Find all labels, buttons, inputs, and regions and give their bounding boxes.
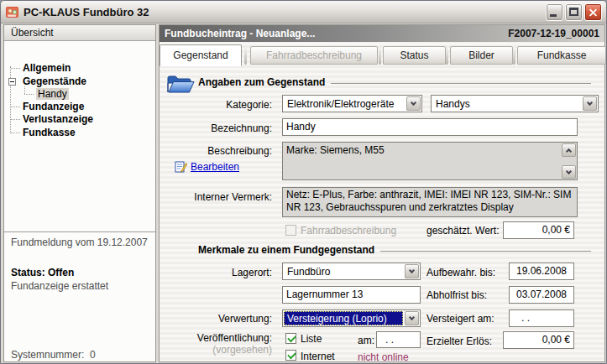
beschreibung-textarea[interactable]: Marke: Siemens, M55 [282,142,578,180]
tab-fahrradbeschreibung[interactable]: Fahrradbeschreibung [250,46,378,65]
versteigert-label: Versteigert am: [426,313,494,325]
minimize-button[interactable] [546,3,563,21]
kategorie-label: Kategorie: [160,99,272,111]
app-window: PC-KLAUS Fundbüro 32 Übersicht Allgemein… [0,0,607,364]
vermerk-textarea[interactable]: Netz: E-Plus, Farbe: anthrazit, IMEI: IM… [282,187,578,217]
aufbewahr-input[interactable]: 19.06.2008 [509,263,574,280]
chevron-down-icon[interactable] [583,96,597,111]
sidebar: Übersicht Allgemein Gegenstände Handy Fu… [3,24,156,362]
bearbeiten-link[interactable]: Bearbeiten [175,160,239,173]
gegenstand-form: Angaben zum Gegenstand Kategorie: Elektr… [160,66,604,361]
liste-checkbox-label: Liste [301,333,322,345]
internet-checkbox-label: Internet [301,351,335,362]
main-panel: Fundbucheintrag - Neuanlage... F2007-12-… [159,24,605,362]
vorgesehen-label: (vorgesehen) [160,344,272,356]
tree-item-gegenstaende[interactable]: Gegenstände [6,75,154,88]
section-angaben: Angaben zum Gegenstand [198,76,591,88]
status-text: Status: Offen [11,267,74,278]
maximize-button[interactable] [565,3,583,21]
overview-tree: Allgemein Gegenstände Handy Fundanzeige … [4,41,155,231]
beschreibung-label: Beschreibung: [160,145,272,157]
scroll-up-icon[interactable] [562,143,576,157]
aufbewahr-label: Aufbewahr. bis: [426,267,495,278]
bezeichnung-input[interactable]: Handy [282,118,578,136]
versteigert-input[interactable]: . . [509,309,574,327]
chevron-down-icon[interactable] [405,264,419,278]
record-title: Fundbucheintrag - Neuanlage... [165,28,315,39]
chevron-down-icon[interactable] [405,311,419,325]
fahrrad-checkbox[interactable] [285,225,296,236]
erloes-input[interactable]: 0,00 € [503,331,574,349]
bezeichnung-label: Bezeichnung: [160,122,272,134]
notice-text: Fundanzeige erstattet [11,280,108,292]
veroeffentlichung-label: Veröffentlichung: [160,332,272,344]
tree-item-fundkasse[interactable]: Fundkasse [6,127,154,139]
selected-tree-label: Handy [36,88,69,100]
lagerort-select[interactable]: Fundbüro [282,263,421,280]
scroll-down-icon[interactable] [562,165,576,179]
report-date-text: Fundmeldung vom 19.12.2007 [11,237,148,248]
verwertung-label: Verwertung: [160,313,272,325]
record-header: Fundbucheintrag - Neuanlage... F2007-12-… [160,25,604,42]
kategorie-select[interactable]: Elektronik/Elektrogeräte [282,95,422,112]
titlebar: PC-KLAUS Fundbüro 32 [1,1,606,23]
internet-checkbox[interactable] [285,350,296,361]
record-id: F2007-12-19_00001 [508,28,599,39]
abholfrist-label: Abholfrist bis: [426,289,487,301]
tree-item-verlustanzeige[interactable]: Verlustanzeige [6,113,154,126]
liste-checkbox[interactable] [285,333,296,344]
tree-item-handy[interactable]: Handy [6,88,154,101]
minimize-icon [550,14,557,17]
tab-gegenstand[interactable]: Gegenstand [160,44,242,66]
abholfrist-input[interactable]: 03.07.2008 [509,286,574,304]
tree-item-fundanzeige[interactable]: Fundanzeige [6,101,154,113]
am-input[interactable]: . . [376,331,421,348]
tab-status[interactable]: Status [383,46,446,65]
fahrrad-checkbox-label: Fahrradbeschreibung [301,225,396,237]
section-merkmale: Merkmale zu einem Fundgegenstand [198,244,591,256]
tab-bar: Gegenstand Fahrradbeschreibung Status Bi… [160,44,604,66]
verwertung-select[interactable]: Versteigerung (Loprio) [282,309,421,327]
lagernummer-input[interactable]: Lagernummer 13 [282,286,421,304]
erloes-label: Erzielter Erlös: [426,335,492,347]
chevron-down-icon[interactable] [406,96,421,111]
folder-icon [166,72,195,96]
unterkategorie-select[interactable]: Handys [431,95,599,112]
tree-collapse-icon[interactable] [8,78,16,86]
tree-item-allgemein[interactable]: Allgemein [6,62,154,75]
app-icon [5,5,19,19]
system-number: Systemnummer: 0 [11,349,96,361]
tab-bilder[interactable]: Bilder [450,46,513,65]
tab-fundkasse[interactable]: Fundkasse [517,46,606,65]
window-controls [546,3,602,21]
window-title: PC-KLAUS Fundbüro 32 [24,6,546,18]
vermerk-label: Interner Vermerk: [160,191,272,203]
online-status-text: nicht online [358,351,409,363]
maximize-icon [569,8,578,16]
close-button[interactable] [584,3,602,21]
sidebar-divider [4,231,155,232]
lagerort-label: Lagerort: [160,267,272,278]
edit-icon [175,160,187,173]
wert-input[interactable]: 0,00 € [503,221,574,239]
am-label: am: [358,335,374,346]
wert-label: geschätzt. Wert: [426,225,499,237]
sidebar-header: Übersicht [4,25,155,41]
tab-content-area: Gegenstand Fahrradbeschreibung Status Bi… [160,43,604,361]
